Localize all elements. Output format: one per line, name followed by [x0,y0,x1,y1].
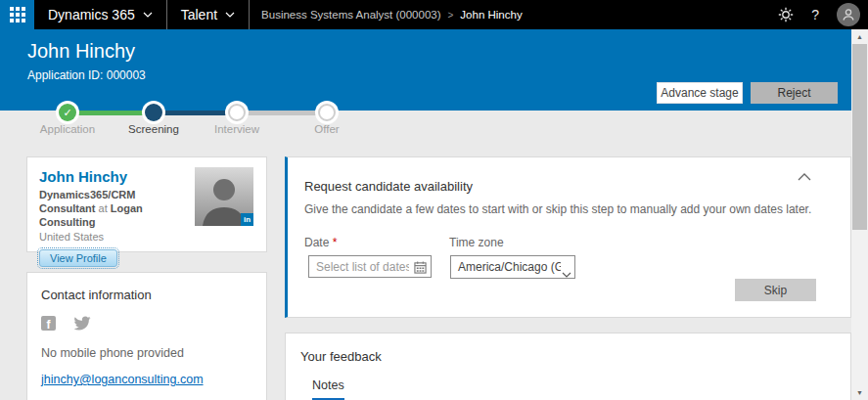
person-icon [841,7,856,22]
top-navigation-bar: Dynamics 365 Talent Business Systems Ana… [0,0,868,29]
stage-connector-complete [68,111,154,115]
candidate-location: United States [39,231,254,243]
facebook-icon[interactable]: f [41,316,56,331]
talent-module-label: Talent [181,7,217,22]
availability-heading: Request candidate availability [304,179,473,194]
date-field-group: Date * [304,236,432,278]
stage-label-interview[interactable]: Interview [188,123,286,135]
stage-dot-application[interactable]: ✓ [59,104,76,121]
social-icons-row: f [41,316,252,331]
linkedin-profile-card: John Hinchy Dynamics365/CRM Consultant a… [26,156,267,252]
title-connector: at [95,202,110,214]
advance-stage-button[interactable]: Advance stage [657,82,743,104]
scroll-up-arrow[interactable]: ▲ [851,29,868,44]
timezone-label: Time zone [449,236,575,249]
request-availability-card: Request candidate availability Give the … [285,156,851,318]
email-link[interactable]: jhinchy@loganconsulting.com [41,373,204,386]
stage-dot-screening[interactable] [145,104,162,121]
availability-description: Give the candidate a few dates to start … [304,202,811,216]
collapse-section-button[interactable] [798,167,811,185]
breadcrumb-separator: > [448,10,454,21]
stage-dot-interview[interactable] [228,104,246,121]
your-feedback-card: Your feedback Notes [285,333,851,400]
feedback-heading: Your feedback [300,349,382,364]
application-id: Application ID: 000003 [27,68,146,82]
user-avatar[interactable] [837,3,860,26]
dynamics365-label: Dynamics 365 [48,7,135,22]
stage-label-application[interactable]: Application [19,123,116,135]
vertical-scrollbar[interactable]: ▲ ▼ [851,29,868,400]
tab-notes[interactable]: Notes [312,378,344,400]
date-input-wrap [308,255,432,278]
chevron-down-icon [562,264,571,282]
timezone-select[interactable]: America/Chicago (GMT-0 [450,255,575,279]
scroll-down-arrow[interactable]: ▼ [851,385,868,400]
email-row: jhinchy@loganconsulting.com [41,373,252,386]
twitter-icon[interactable] [73,316,91,331]
stage-label-offer[interactable]: Offer [278,123,376,135]
timezone-field-group: Time zone America/Chicago (GMT-0 [449,236,575,279]
breadcrumb: Business Systems Analyst (000003) > John… [250,0,534,29]
app-launcher-icon [10,7,25,22]
talent-module-menu[interactable]: Talent [167,0,249,29]
app-launcher-button[interactable] [0,0,34,29]
linkedin-badge-icon: in [241,213,253,226]
chevron-up-icon [798,173,811,181]
reject-button[interactable]: Reject [751,82,838,104]
help-icon[interactable]: ? [811,7,819,22]
chevron-down-icon [225,12,235,18]
required-marker: * [333,236,338,249]
contact-heading: Contact information [41,288,252,302]
candidate-header: John Hinchy Application ID: 000003 Advan… [0,29,868,111]
candidate-title: Dynamics365/CRM Consultant at Logan Cons… [39,189,174,229]
skip-button[interactable]: Skip [735,279,816,301]
contact-information-card: Contact information f No mobile phone pr… [26,272,267,400]
stage-connector-upcoming [237,111,327,115]
talent-candidate-screen: Dynamics 365 Talent Business Systems Ana… [0,0,868,400]
stage-dot-offer[interactable] [318,104,336,121]
page-title: John Hinchy [27,40,135,63]
chevron-down-icon [143,12,153,18]
stage-connector-current [154,111,237,115]
header-actions: Advance stage Reject [657,82,838,104]
breadcrumb-current: John Hinchy [460,9,522,21]
dynamics365-menu[interactable]: Dynamics 365 [34,0,166,29]
topbar-actions: ? [778,0,868,29]
check-icon: ✓ [63,107,71,119]
timezone-value: America/Chicago (GMT-0 [451,260,561,274]
view-profile-button[interactable]: View Profile [39,249,117,267]
phone-status: No mobile phone provided [41,346,252,360]
breadcrumb-parent-link[interactable]: Business Systems Analyst (000003) [261,9,440,21]
calendar-icon[interactable] [414,260,427,278]
scrollbar-thumb[interactable] [852,44,867,230]
gear-icon[interactable] [778,7,794,22]
date-label: Date * [304,236,432,249]
